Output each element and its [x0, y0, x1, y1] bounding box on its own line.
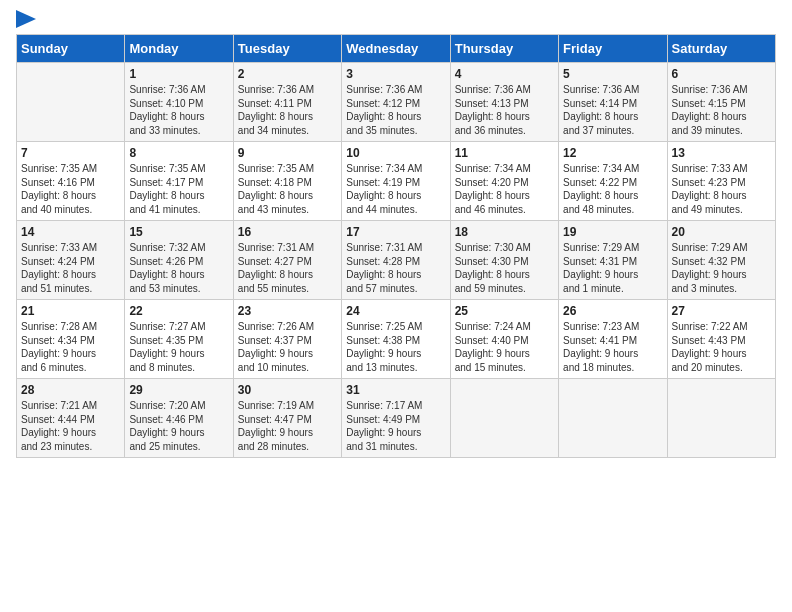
day-info: Sunrise: 7:36 AM Sunset: 4:14 PM Dayligh…: [563, 83, 662, 137]
day-info: Sunrise: 7:36 AM Sunset: 4:13 PM Dayligh…: [455, 83, 554, 137]
day-cell: 16Sunrise: 7:31 AM Sunset: 4:27 PM Dayli…: [233, 221, 341, 300]
day-number: 31: [346, 383, 445, 397]
logo-line: [16, 10, 36, 28]
day-info: Sunrise: 7:28 AM Sunset: 4:34 PM Dayligh…: [21, 320, 120, 374]
logo-arrow-icon: [16, 10, 36, 28]
header-row: SundayMondayTuesdayWednesdayThursdayFrid…: [17, 35, 776, 63]
day-info: Sunrise: 7:33 AM Sunset: 4:23 PM Dayligh…: [672, 162, 771, 216]
day-cell: 17Sunrise: 7:31 AM Sunset: 4:28 PM Dayli…: [342, 221, 450, 300]
day-cell: 25Sunrise: 7:24 AM Sunset: 4:40 PM Dayli…: [450, 300, 558, 379]
day-cell: [17, 63, 125, 142]
logo: [16, 10, 36, 28]
day-cell: 24Sunrise: 7:25 AM Sunset: 4:38 PM Dayli…: [342, 300, 450, 379]
day-cell: 5Sunrise: 7:36 AM Sunset: 4:14 PM Daylig…: [559, 63, 667, 142]
day-info: Sunrise: 7:20 AM Sunset: 4:46 PM Dayligh…: [129, 399, 228, 453]
day-cell: 1Sunrise: 7:36 AM Sunset: 4:10 PM Daylig…: [125, 63, 233, 142]
day-info: Sunrise: 7:34 AM Sunset: 4:22 PM Dayligh…: [563, 162, 662, 216]
day-cell: 2Sunrise: 7:36 AM Sunset: 4:11 PM Daylig…: [233, 63, 341, 142]
day-number: 5: [563, 67, 662, 81]
day-info: Sunrise: 7:32 AM Sunset: 4:26 PM Dayligh…: [129, 241, 228, 295]
day-cell: 11Sunrise: 7:34 AM Sunset: 4:20 PM Dayli…: [450, 142, 558, 221]
day-info: Sunrise: 7:36 AM Sunset: 4:12 PM Dayligh…: [346, 83, 445, 137]
day-number: 18: [455, 225, 554, 239]
day-number: 6: [672, 67, 771, 81]
day-number: 7: [21, 146, 120, 160]
day-info: Sunrise: 7:35 AM Sunset: 4:16 PM Dayligh…: [21, 162, 120, 216]
day-info: Sunrise: 7:29 AM Sunset: 4:31 PM Dayligh…: [563, 241, 662, 295]
calendar-table: SundayMondayTuesdayWednesdayThursdayFrid…: [16, 34, 776, 458]
day-cell: 29Sunrise: 7:20 AM Sunset: 4:46 PM Dayli…: [125, 379, 233, 458]
week-row-1: 1Sunrise: 7:36 AM Sunset: 4:10 PM Daylig…: [17, 63, 776, 142]
day-number: 14: [21, 225, 120, 239]
day-number: 4: [455, 67, 554, 81]
day-number: 13: [672, 146, 771, 160]
day-number: 30: [238, 383, 337, 397]
day-cell: 27Sunrise: 7:22 AM Sunset: 4:43 PM Dayli…: [667, 300, 775, 379]
day-number: 16: [238, 225, 337, 239]
day-info: Sunrise: 7:24 AM Sunset: 4:40 PM Dayligh…: [455, 320, 554, 374]
header-cell-tuesday: Tuesday: [233, 35, 341, 63]
day-cell: 6Sunrise: 7:36 AM Sunset: 4:15 PM Daylig…: [667, 63, 775, 142]
day-number: 26: [563, 304, 662, 318]
day-info: Sunrise: 7:36 AM Sunset: 4:10 PM Dayligh…: [129, 83, 228, 137]
day-cell: [559, 379, 667, 458]
day-cell: [450, 379, 558, 458]
day-cell: 7Sunrise: 7:35 AM Sunset: 4:16 PM Daylig…: [17, 142, 125, 221]
day-number: 22: [129, 304, 228, 318]
day-cell: 13Sunrise: 7:33 AM Sunset: 4:23 PM Dayli…: [667, 142, 775, 221]
week-row-2: 7Sunrise: 7:35 AM Sunset: 4:16 PM Daylig…: [17, 142, 776, 221]
day-info: Sunrise: 7:36 AM Sunset: 4:15 PM Dayligh…: [672, 83, 771, 137]
day-info: Sunrise: 7:36 AM Sunset: 4:11 PM Dayligh…: [238, 83, 337, 137]
day-number: 19: [563, 225, 662, 239]
day-cell: 30Sunrise: 7:19 AM Sunset: 4:47 PM Dayli…: [233, 379, 341, 458]
day-cell: 28Sunrise: 7:21 AM Sunset: 4:44 PM Dayli…: [17, 379, 125, 458]
header-cell-saturday: Saturday: [667, 35, 775, 63]
page-container: SundayMondayTuesdayWednesdayThursdayFrid…: [0, 0, 792, 468]
day-info: Sunrise: 7:23 AM Sunset: 4:41 PM Dayligh…: [563, 320, 662, 374]
day-number: 25: [455, 304, 554, 318]
header-cell-friday: Friday: [559, 35, 667, 63]
svg-marker-0: [16, 10, 36, 28]
day-info: Sunrise: 7:27 AM Sunset: 4:35 PM Dayligh…: [129, 320, 228, 374]
day-number: 29: [129, 383, 228, 397]
day-cell: 23Sunrise: 7:26 AM Sunset: 4:37 PM Dayli…: [233, 300, 341, 379]
day-info: Sunrise: 7:34 AM Sunset: 4:19 PM Dayligh…: [346, 162, 445, 216]
day-number: 23: [238, 304, 337, 318]
day-number: 12: [563, 146, 662, 160]
day-cell: 26Sunrise: 7:23 AM Sunset: 4:41 PM Dayli…: [559, 300, 667, 379]
day-cell: 20Sunrise: 7:29 AM Sunset: 4:32 PM Dayli…: [667, 221, 775, 300]
day-info: Sunrise: 7:31 AM Sunset: 4:28 PM Dayligh…: [346, 241, 445, 295]
day-cell: 22Sunrise: 7:27 AM Sunset: 4:35 PM Dayli…: [125, 300, 233, 379]
day-info: Sunrise: 7:35 AM Sunset: 4:17 PM Dayligh…: [129, 162, 228, 216]
day-info: Sunrise: 7:29 AM Sunset: 4:32 PM Dayligh…: [672, 241, 771, 295]
day-cell: 18Sunrise: 7:30 AM Sunset: 4:30 PM Dayli…: [450, 221, 558, 300]
day-cell: 21Sunrise: 7:28 AM Sunset: 4:34 PM Dayli…: [17, 300, 125, 379]
day-number: 15: [129, 225, 228, 239]
header-cell-thursday: Thursday: [450, 35, 558, 63]
day-number: 8: [129, 146, 228, 160]
day-cell: 14Sunrise: 7:33 AM Sunset: 4:24 PM Dayli…: [17, 221, 125, 300]
day-info: Sunrise: 7:19 AM Sunset: 4:47 PM Dayligh…: [238, 399, 337, 453]
day-number: 21: [21, 304, 120, 318]
day-number: 11: [455, 146, 554, 160]
day-info: Sunrise: 7:33 AM Sunset: 4:24 PM Dayligh…: [21, 241, 120, 295]
day-number: 28: [21, 383, 120, 397]
header-cell-sunday: Sunday: [17, 35, 125, 63]
header-cell-wednesday: Wednesday: [342, 35, 450, 63]
day-info: Sunrise: 7:17 AM Sunset: 4:49 PM Dayligh…: [346, 399, 445, 453]
header: [16, 10, 776, 28]
day-cell: 3Sunrise: 7:36 AM Sunset: 4:12 PM Daylig…: [342, 63, 450, 142]
day-cell: 15Sunrise: 7:32 AM Sunset: 4:26 PM Dayli…: [125, 221, 233, 300]
day-cell: 12Sunrise: 7:34 AM Sunset: 4:22 PM Dayli…: [559, 142, 667, 221]
day-number: 20: [672, 225, 771, 239]
day-cell: 9Sunrise: 7:35 AM Sunset: 4:18 PM Daylig…: [233, 142, 341, 221]
day-info: Sunrise: 7:26 AM Sunset: 4:37 PM Dayligh…: [238, 320, 337, 374]
day-info: Sunrise: 7:22 AM Sunset: 4:43 PM Dayligh…: [672, 320, 771, 374]
day-cell: 19Sunrise: 7:29 AM Sunset: 4:31 PM Dayli…: [559, 221, 667, 300]
day-number: 2: [238, 67, 337, 81]
day-cell: 4Sunrise: 7:36 AM Sunset: 4:13 PM Daylig…: [450, 63, 558, 142]
day-cell: 31Sunrise: 7:17 AM Sunset: 4:49 PM Dayli…: [342, 379, 450, 458]
day-number: 10: [346, 146, 445, 160]
day-number: 27: [672, 304, 771, 318]
week-row-5: 28Sunrise: 7:21 AM Sunset: 4:44 PM Dayli…: [17, 379, 776, 458]
